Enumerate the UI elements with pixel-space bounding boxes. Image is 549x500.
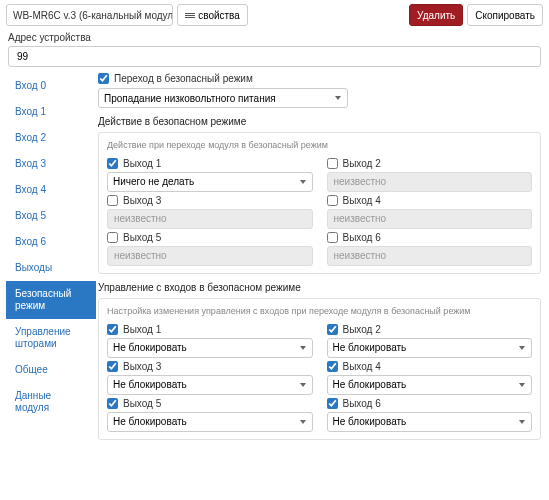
- output-control-select[interactable]: Не блокировать: [107, 338, 313, 358]
- output-checkbox[interactable]: [327, 398, 338, 409]
- sidebar-item[interactable]: Вход 0: [6, 73, 96, 99]
- action-panel-desc: Действие при переходе модуля в безопасны…: [107, 140, 532, 151]
- output-checkbox[interactable]: [107, 195, 118, 206]
- safe-mode-trigger-checkbox[interactable]: [98, 73, 109, 84]
- sidebar-item[interactable]: Управление шторами: [6, 319, 96, 357]
- sidebar-item[interactable]: Выходы: [6, 255, 96, 281]
- action-output: Выход 1Ничего не делать: [107, 158, 313, 192]
- address-label: Адрес устройства: [8, 32, 541, 43]
- output-label: Выход 4: [343, 361, 381, 372]
- output-checkbox[interactable]: [107, 324, 118, 335]
- output-checkbox[interactable]: [327, 195, 338, 206]
- action-output: Выход 2неизвестно: [327, 158, 533, 192]
- output-action-select[interactable]: Ничего не делать: [107, 172, 313, 192]
- output-action-readonly: неизвестно: [327, 209, 533, 229]
- sidebar-item[interactable]: Вход 1: [6, 99, 96, 125]
- output-checkbox[interactable]: [107, 158, 118, 169]
- properties-button[interactable]: свойства: [177, 4, 248, 26]
- output-label: Выход 2: [343, 324, 381, 335]
- output-action-readonly: неизвестно: [107, 246, 313, 266]
- sidebar-item[interactable]: Вход 3: [6, 151, 96, 177]
- device-select-value: WB-MR6C v.3 (6-канальный модуль реле с в…: [13, 10, 173, 21]
- control-output: Выход 1Не блокировать: [107, 324, 313, 358]
- output-checkbox[interactable]: [107, 361, 118, 372]
- control-output: Выход 4Не блокировать: [327, 361, 533, 395]
- control-panel-desc: Настройка изменения управления с входов …: [107, 306, 532, 317]
- address-input[interactable]: [8, 46, 541, 67]
- output-label: Выход 4: [343, 195, 381, 206]
- output-checkbox[interactable]: [327, 158, 338, 169]
- control-output: Выход 5Не блокировать: [107, 398, 313, 432]
- sidebar-item[interactable]: Вход 2: [6, 125, 96, 151]
- control-output: Выход 6Не блокировать: [327, 398, 533, 432]
- output-label: Выход 5: [123, 398, 161, 409]
- action-output: Выход 3неизвестно: [107, 195, 313, 229]
- output-label: Выход 5: [123, 232, 161, 243]
- output-checkbox[interactable]: [327, 232, 338, 243]
- output-checkbox[interactable]: [107, 398, 118, 409]
- output-action-readonly: неизвестно: [107, 209, 313, 229]
- properties-button-label: свойства: [198, 10, 240, 21]
- safe-mode-trigger-select[interactable]: Пропадание низковольтного питания: [98, 88, 348, 108]
- output-control-select[interactable]: Не блокировать: [107, 412, 313, 432]
- action-panel: Действие при переходе модуля в безопасны…: [98, 132, 541, 274]
- control-panel: Настройка изменения управления с входов …: [98, 298, 541, 440]
- sidebar-item[interactable]: Безопасный режим: [6, 281, 96, 319]
- sidebar: Вход 0Вход 1Вход 2Вход 3Вход 4Вход 5Вход…: [6, 73, 96, 440]
- output-label: Выход 3: [123, 361, 161, 372]
- sidebar-item[interactable]: Вход 6: [6, 229, 96, 255]
- output-control-select[interactable]: Не блокировать: [327, 375, 533, 395]
- device-select[interactable]: WB-MR6C v.3 (6-канальный модуль реле с в…: [6, 4, 173, 26]
- output-label: Выход 6: [343, 398, 381, 409]
- list-icon: [185, 12, 195, 19]
- control-section-title: Управление с входов в безопасном режиме: [98, 282, 541, 293]
- action-output: Выход 5неизвестно: [107, 232, 313, 266]
- output-control-select[interactable]: Не блокировать: [107, 375, 313, 395]
- output-action-readonly: неизвестно: [327, 246, 533, 266]
- control-output: Выход 3Не блокировать: [107, 361, 313, 395]
- sidebar-item[interactable]: Вход 4: [6, 177, 96, 203]
- output-action-readonly: неизвестно: [327, 172, 533, 192]
- output-checkbox[interactable]: [107, 232, 118, 243]
- action-section-title: Действие в безопасном режиме: [98, 116, 541, 127]
- action-output: Выход 6неизвестно: [327, 232, 533, 266]
- output-label: Выход 1: [123, 158, 161, 169]
- output-label: Выход 3: [123, 195, 161, 206]
- output-control-select[interactable]: Не блокировать: [327, 338, 533, 358]
- output-label: Выход 1: [123, 324, 161, 335]
- output-control-select[interactable]: Не блокировать: [327, 412, 533, 432]
- sidebar-item[interactable]: Вход 5: [6, 203, 96, 229]
- content: Переход в безопасный режим Пропадание ни…: [96, 73, 543, 440]
- copy-button[interactable]: Скопировать: [467, 4, 543, 26]
- action-output: Выход 4неизвестно: [327, 195, 533, 229]
- output-checkbox[interactable]: [327, 324, 338, 335]
- safe-mode-trigger-label: Переход в безопасный режим: [114, 73, 253, 84]
- output-label: Выход 2: [343, 158, 381, 169]
- delete-button[interactable]: Удалить: [409, 4, 463, 26]
- sidebar-item[interactable]: Общее: [6, 357, 96, 383]
- output-label: Выход 6: [343, 232, 381, 243]
- output-checkbox[interactable]: [327, 361, 338, 372]
- control-output: Выход 2Не блокировать: [327, 324, 533, 358]
- sidebar-item[interactable]: Данные модуля: [6, 383, 96, 421]
